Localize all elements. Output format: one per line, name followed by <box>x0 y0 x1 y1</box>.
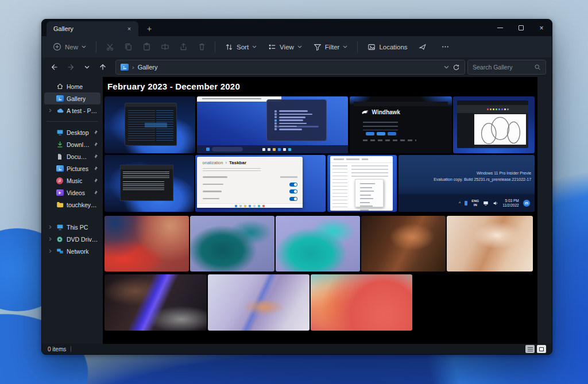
tray-network-icon <box>483 200 489 206</box>
locations-button[interactable]: Locations <box>362 40 412 55</box>
chevron-right-icon[interactable] <box>48 109 53 112</box>
chevron-down-icon[interactable] <box>444 65 449 69</box>
sidebar-item-gallery[interactable]: Gallery <box>44 92 100 104</box>
new-button[interactable]: New <box>48 39 91 55</box>
sidebar-item-downloads[interactable]: Downloads <box>44 138 100 150</box>
documents-icon <box>56 153 64 161</box>
recent-locations-button[interactable] <box>80 60 94 74</box>
watermark-text: Windows 11 Pro Insider Previe Evaluation… <box>434 170 531 183</box>
this-pc-icon <box>56 223 64 231</box>
thumbnail-abstract-lavender-wave-wallpaper[interactable] <box>208 274 310 331</box>
thumbnail-file-explorer-screenshot[interactable] <box>327 155 397 212</box>
file-explorer-window: Gallery × + × New Sort View <box>41 19 552 355</box>
gallery-icon <box>56 95 64 103</box>
thumbnail-desktop-watermark-screenshot[interactable]: Windows 11 Pro Insider Previe Evaluation… <box>399 155 535 212</box>
sidebar-item-this-pc[interactable]: This PC <box>44 221 100 233</box>
arrow-right-icon <box>67 63 75 71</box>
thumbnail-jumplist-screenshot[interactable] <box>197 96 348 153</box>
chevron-down-icon <box>297 45 302 48</box>
tab-close-icon[interactable]: × <box>125 24 134 33</box>
paste-icon <box>142 42 151 51</box>
windhawk-logo: Windhawk <box>361 108 400 117</box>
thumbnail-abstract-cream-wallpaper[interactable] <box>447 216 533 271</box>
desktop-icon <box>56 129 64 137</box>
share-button[interactable] <box>175 40 192 55</box>
cut-icon <box>106 42 114 51</box>
arrow-left-icon <box>51 63 59 71</box>
chevron-right-icon[interactable] <box>48 238 53 241</box>
sidebar-item-onedrive[interactable]: A test - Personal <box>44 104 100 117</box>
thumbnail-abstract-dark-teal-wallpaper[interactable] <box>190 216 274 271</box>
up-button[interactable] <box>96 60 110 74</box>
sidebar-item-network[interactable]: Network <box>44 245 100 257</box>
address-bar: › Gallery <box>42 57 552 77</box>
settings-page-title: Taskbar <box>229 160 246 165</box>
window-controls: × <box>490 20 552 36</box>
gallery-icon <box>121 64 129 71</box>
gallery-content-pane: February 2023 - December 2020 Win <box>103 77 537 345</box>
sort-button[interactable]: Sort <box>220 40 262 55</box>
sidebar-item-videos[interactable]: Videos <box>44 187 100 199</box>
refresh-icon[interactable] <box>452 64 460 71</box>
search-icon <box>534 64 541 71</box>
filter-icon <box>314 43 322 51</box>
close-button[interactable]: × <box>531 20 552 36</box>
items-count: 0 items <box>48 346 66 352</box>
thumbnail-notepad-screenshot[interactable] <box>105 155 194 212</box>
copy-button[interactable] <box>119 40 137 55</box>
thumbnail-windhawk-screenshot[interactable]: Windhawk <box>350 96 452 153</box>
forward-button[interactable] <box>64 60 78 74</box>
more-dots-icon <box>441 42 450 51</box>
thumbnail-settings-window: onalization›Taskbar <box>197 157 303 208</box>
share-icon <box>179 42 188 51</box>
onedrive-cloud-icon <box>56 107 64 115</box>
folder-icon <box>56 201 64 209</box>
back-button[interactable] <box>48 60 61 74</box>
rename-button[interactable] <box>156 40 173 55</box>
search-input[interactable] <box>473 64 531 71</box>
sidebar-item-touchkeyboard[interactable]: touchkeyboard <box>44 199 100 211</box>
thumbnail-abstract-purple-wave-wallpaper[interactable] <box>105 274 207 331</box>
downloads-icon <box>56 141 64 149</box>
sidebar-item-music[interactable]: Music <box>44 174 100 187</box>
rename-icon <box>161 42 169 51</box>
chevron-right-icon[interactable] <box>48 226 53 228</box>
thumbnail-context-menu <box>266 99 327 141</box>
thumbnail-terminal-screenshot[interactable] <box>105 96 195 153</box>
toolbar-divider <box>96 41 96 53</box>
maximize-button[interactable] <box>510 20 531 36</box>
chevron-down-icon <box>84 65 90 69</box>
sidebar-item-desktop[interactable]: Desktop <box>44 126 100 138</box>
filter-button[interactable]: Filter <box>308 40 353 55</box>
sidebar-item-documents[interactable]: Documents <box>44 150 100 162</box>
thumbnail-abstract-coral-wallpaper[interactable] <box>311 274 412 331</box>
breadcrumb-location[interactable]: Gallery <box>138 64 158 71</box>
sidebar-item-pictures[interactable]: Pictures <box>44 162 100 174</box>
view-button[interactable]: View <box>263 40 307 55</box>
sidebar-item-home[interactable]: Home <box>44 80 100 92</box>
chevron-right-icon[interactable] <box>48 250 53 253</box>
delete-button[interactable] <box>193 40 210 55</box>
thumbnail-abstract-copper-wallpaper[interactable] <box>361 216 446 271</box>
breadcrumb[interactable]: › Gallery <box>115 60 465 75</box>
details-view-button[interactable] <box>525 345 535 353</box>
minimize-button[interactable] <box>490 20 510 36</box>
sort-icon <box>225 43 233 51</box>
paste-button[interactable] <box>138 40 155 55</box>
thumbnail-paint-screenshot[interactable] <box>453 96 535 153</box>
sidebar-item-dvd-drive[interactable]: DVD Drive (D:) CCC <box>44 233 100 245</box>
pin-icon <box>93 154 98 159</box>
network-icon <box>56 247 64 255</box>
thumbnail-taskbar-settings-screenshot[interactable]: onalization›Taskbar <box>195 155 326 212</box>
tab-gallery[interactable]: Gallery × <box>47 21 138 36</box>
thumbnail-abstract-red-wallpaper[interactable] <box>105 216 189 271</box>
large-thumbnails-view-button[interactable] <box>537 345 546 353</box>
music-icon <box>56 177 64 185</box>
phone-link-button[interactable] <box>414 40 431 55</box>
cut-button[interactable] <box>101 40 118 55</box>
see-more-button[interactable] <box>437 40 454 55</box>
thumbnail-abstract-bright-teal-wallpaper[interactable] <box>276 216 360 271</box>
pin-icon <box>93 130 98 135</box>
new-tab-button[interactable]: + <box>142 22 157 35</box>
search-box[interactable] <box>467 60 546 75</box>
